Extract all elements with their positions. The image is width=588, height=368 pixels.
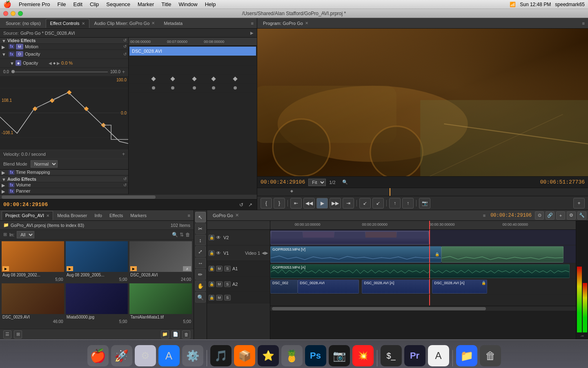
tl-add-edit[interactable]: + xyxy=(556,211,565,220)
dock-camera[interactable]: 📷 xyxy=(329,345,350,366)
menu-title[interactable]: Title xyxy=(161,1,171,7)
a2-clip-dsc002[interactable]: DSC_002 xyxy=(270,280,298,294)
view-toggle[interactable]: ⊞ xyxy=(3,232,7,237)
dock-app6[interactable]: 📦 xyxy=(234,345,255,366)
maximize-button[interactable] xyxy=(18,11,23,16)
audio-kf-dot-4[interactable] xyxy=(212,86,215,90)
tab-markers[interactable]: Markers xyxy=(127,211,150,220)
dock-trash[interactable]: 🗑 xyxy=(480,345,501,366)
volume-reset[interactable]: ↺ xyxy=(123,183,127,187)
proj-new-bin[interactable]: 📁 xyxy=(161,330,169,339)
a2-lock[interactable]: 🔒 xyxy=(209,281,214,287)
tool-selection[interactable]: ↖ xyxy=(195,212,206,222)
timeline-timecode[interactable]: 00:00:24:29106 xyxy=(490,213,532,218)
ec-clip-label[interactable]: DSC_0028.AVI xyxy=(129,47,256,56)
dock-logicpro[interactable]: ⭐ xyxy=(258,345,279,366)
tab-info[interactable]: Info xyxy=(91,211,105,220)
proj-icon-view[interactable]: ⊞ xyxy=(14,330,22,339)
menu-premiere-pro[interactable]: Premiere Pro xyxy=(19,1,50,7)
kf-diamond-4[interactable] xyxy=(211,76,216,81)
tab-effect-controls[interactable]: Effect Controls ✕ xyxy=(46,19,89,28)
tab-media-browser[interactable]: Media Browser xyxy=(54,211,90,220)
dock-app11[interactable]: 💥 xyxy=(352,345,374,366)
a2-solo[interactable]: S xyxy=(224,281,231,287)
kf-diamond-2[interactable] xyxy=(170,76,175,81)
panner-effect-item[interactable]: ▶ fx Panner xyxy=(0,188,128,194)
video-effects-header[interactable]: ▼ Video Effects ↺ xyxy=(0,38,128,44)
menu-clip[interactable]: Clip xyxy=(90,1,99,7)
wifi-icon[interactable]: 📶 xyxy=(510,2,516,7)
transport-mark-in[interactable]: { xyxy=(261,198,272,209)
kf-diamond-1[interactable] xyxy=(151,76,156,81)
a2-clip-dsc0028-1[interactable]: DSC_0028.AVI xyxy=(298,280,359,294)
project-panel-menu[interactable]: ≡ xyxy=(186,213,192,218)
minimize-button[interactable] xyxy=(11,11,16,16)
tab-audio-clip-mixer[interactable]: Audio Clip Mixer: GoPro Go ✕ xyxy=(90,19,159,28)
transport-insert[interactable]: ↙ xyxy=(359,198,371,209)
transport-prev-edit[interactable]: ⇤ xyxy=(290,198,302,209)
timeline-panel-menu[interactable]: ≡ xyxy=(481,213,487,218)
menu-window[interactable]: Window xyxy=(178,1,197,7)
transport-add[interactable]: + xyxy=(573,198,585,209)
kf-diamond-5[interactable] xyxy=(233,76,238,81)
tool-pen[interactable]: ✏ xyxy=(195,269,206,280)
dock-pineapple[interactable]: 🍍 xyxy=(281,345,303,366)
tab-effects[interactable]: Effects xyxy=(106,211,126,220)
program-out-timecode[interactable]: 00:06:51:27736 xyxy=(540,179,585,185)
audio-mixer-close[interactable]: ✕ xyxy=(151,21,155,25)
dock-activity[interactable]: ⚙ xyxy=(135,345,156,366)
search-filter-select[interactable]: All xyxy=(17,231,34,238)
video-effects-reset[interactable]: ↺ xyxy=(123,38,127,43)
velocity-add-btn[interactable]: + xyxy=(122,151,125,157)
dock-finder2[interactable]: 📁 xyxy=(456,345,477,366)
tl-scroll-thumb[interactable] xyxy=(272,307,486,310)
project-item-5[interactable]: TamiAlanMiata1.tif 5;00 xyxy=(129,283,192,324)
program-zoom-icon[interactable]: 🔍 xyxy=(342,180,348,185)
v1-toggle-sync[interactable]: ◀▶ xyxy=(262,251,268,255)
ec-loop-btn[interactable]: ↺ xyxy=(238,202,245,208)
a3-solo[interactable]: S xyxy=(224,295,231,301)
program-scrubber[interactable]: ◆ xyxy=(257,188,588,196)
menu-edit[interactable]: Edit xyxy=(74,1,82,7)
a3-lock[interactable]: 🔒 xyxy=(209,295,214,301)
project-item-4[interactable]: Miata50000.jpg 5;00 xyxy=(66,283,128,324)
opacity-effect-header[interactable]: ▼ fx O Opacity ↺ xyxy=(0,50,128,59)
transport-play[interactable]: ▶ xyxy=(316,198,328,209)
v1-lock[interactable]: 🔒 xyxy=(209,250,214,256)
blend-mode-select[interactable]: Normal xyxy=(31,160,58,168)
apple-menu[interactable]: 🍎 xyxy=(3,0,11,8)
sort-icon[interactable]: ⇅ xyxy=(180,232,184,238)
proj-new-item[interactable]: 📄 xyxy=(172,330,180,339)
tab-metadata[interactable]: Metadata xyxy=(160,19,187,28)
motion-effect-item[interactable]: ▶ fx M Motion ↺ xyxy=(0,44,128,50)
tl-snap-toggle[interactable]: ⊙ xyxy=(535,211,544,220)
transport-mark-out[interactable]: } xyxy=(274,198,285,209)
tool-ripple[interactable]: ↕ xyxy=(195,235,206,245)
dock-photoshop[interactable]: Ps xyxy=(305,345,326,366)
tab-project-gopro[interactable]: Project: GoPro_AVI ✕ xyxy=(2,211,53,220)
project-item-0[interactable]: ▶ Aug 08 2009_2002... 5;00 xyxy=(2,241,64,282)
tab-source[interactable]: Source: (no clips) xyxy=(2,19,45,28)
close-button[interactable] xyxy=(3,11,8,16)
tl-wrench[interactable]: 🔧 xyxy=(577,211,586,220)
motion-reset[interactable]: ↺ xyxy=(123,44,127,49)
v2-clip-group[interactable] xyxy=(270,231,429,245)
a1-solo[interactable]: S xyxy=(224,266,231,272)
v2-lock[interactable]: 🔒 xyxy=(209,235,214,240)
dock-itunes[interactable]: 🎵 xyxy=(210,345,232,366)
tool-slip[interactable]: ↔ xyxy=(195,258,206,268)
timeline-tab-close[interactable]: ✕ xyxy=(235,213,239,218)
a2-clip-dsc0028-3[interactable]: DSC_0028.AVI [A] 🔒 xyxy=(432,280,487,294)
project-item-3[interactable]: DSC_0029.AVI 46:00 xyxy=(2,283,64,324)
menu-marker[interactable]: Marker xyxy=(138,1,154,7)
source-nav-arrow[interactable]: ▶ xyxy=(250,31,254,35)
opacity-next-kf[interactable]: ▶ xyxy=(57,61,60,65)
audio-kf-dot-2[interactable] xyxy=(171,86,174,90)
tool-rate-stretch[interactable]: ⤢ xyxy=(195,246,206,257)
proj-delete[interactable]: 🗑 xyxy=(182,330,190,339)
tl-linked-toggle[interactable]: 🔗 xyxy=(546,211,555,220)
a1-lock[interactable]: 🔒 xyxy=(209,266,214,272)
time-remapping-header[interactable]: ▶ fx Time Remapping xyxy=(0,169,128,175)
transport-export-frame[interactable]: 📷 xyxy=(419,198,430,209)
tool-razor[interactable]: ✂ xyxy=(195,223,206,234)
